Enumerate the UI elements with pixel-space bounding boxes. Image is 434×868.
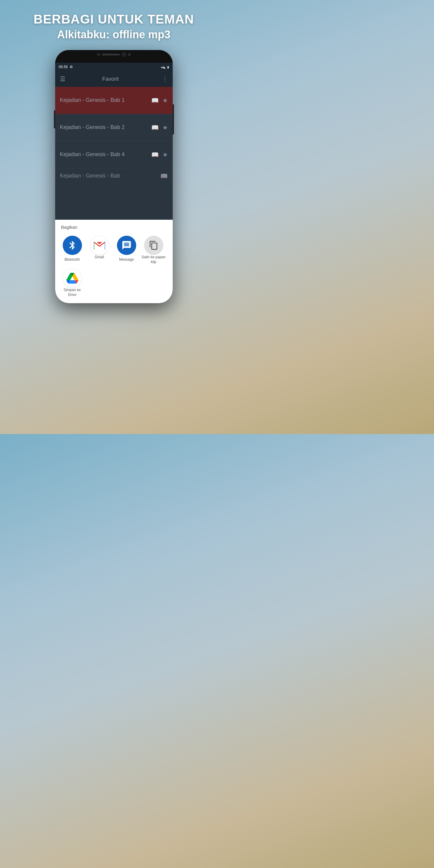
share-option-message[interactable]: Message xyxy=(114,236,139,262)
bottom-sheet-title: Bagikan xyxy=(55,220,173,233)
share-option-gmail[interactable]: Gmail xyxy=(87,236,112,260)
share-option-drive[interactable]: Simpan ke Drive xyxy=(60,269,85,297)
share-option-bluetooth[interactable]: Bluetooth xyxy=(60,236,85,262)
front-camera xyxy=(122,53,126,57)
message-icon-wrapper xyxy=(117,236,136,255)
phone-mockup: 08.58 ⚙ ▲◣ ▮ ☰ Favorit ⋮ xyxy=(55,50,173,406)
share-option-copy[interactable]: Salin ke papan klip xyxy=(141,236,166,264)
list-item-actions: 📖 ★ xyxy=(151,97,168,104)
page-header-title: BERBAGI UNTUK TEMAN xyxy=(33,12,194,27)
battery-icon: ▮ xyxy=(167,65,169,69)
copy-icon-wrapper xyxy=(144,236,163,255)
book-icon[interactable]: 📖 xyxy=(151,97,159,104)
list-item[interactable]: Kejadian - Genesis - Bab 2 📖 ★ xyxy=(55,114,173,141)
phone-frame: 08.58 ⚙ ▲◣ ▮ ☰ Favorit ⋮ xyxy=(55,50,173,303)
share-options-row-2: Simpan ke Drive xyxy=(55,267,173,303)
share-options-row-1: Bluetooth xyxy=(55,233,173,267)
hamburger-menu-icon[interactable]: ☰ xyxy=(60,75,65,83)
share-bottom-sheet: Bagikan Bluetooth xyxy=(55,220,173,303)
message-label: Message xyxy=(119,257,134,262)
settings-icon: ⚙ xyxy=(70,65,73,69)
copy-icon xyxy=(149,241,158,250)
drive-icon xyxy=(66,273,79,284)
bluetooth-icon-wrapper xyxy=(63,236,82,255)
message-icon xyxy=(121,240,132,250)
list-item-text: Kejadian - Genesis - Bab 1 xyxy=(60,97,148,104)
star-icon[interactable]: ★ xyxy=(162,151,168,158)
status-time: 08.58 xyxy=(59,65,68,69)
list-item-actions: 📖 ★ xyxy=(151,124,168,131)
list-item-text: Kejadian - Genesis - Bab 4 xyxy=(60,151,148,158)
book-icon[interactable]: 📖 xyxy=(151,151,159,158)
list-item[interactable]: Kejadian - Genesis - Bab 1 📖 ★ xyxy=(55,87,173,114)
gmail-label: Gmail xyxy=(95,255,104,260)
list-item-actions: 📖 ★ xyxy=(151,151,168,158)
bluetooth-icon xyxy=(67,240,78,250)
camera-dot xyxy=(97,53,100,56)
more-options-icon[interactable]: ⋮ xyxy=(162,75,168,83)
gmail-icon xyxy=(94,241,105,250)
power-button xyxy=(173,104,174,134)
camera-dot-2 xyxy=(128,53,131,56)
book-icon[interactable]: 📖 xyxy=(151,124,159,131)
list-item-partial[interactable]: Kejadian - Genesis - Bab 📖 xyxy=(55,168,173,189)
speaker-grill xyxy=(102,54,120,56)
drive-label: Simpan ke Drive xyxy=(60,288,85,297)
page-header-subtitle: Alkitabku: offline mp3 xyxy=(33,28,194,41)
list-item-text: Kejadian - Genesis - Bab xyxy=(60,173,157,179)
copy-label: Salin ke papan klip xyxy=(141,255,166,264)
drive-icon-wrapper xyxy=(63,269,82,288)
list-item[interactable]: Kejadian - Genesis - Bab 4 📖 ★ xyxy=(55,141,173,168)
signal-icon: ▲◣ xyxy=(161,65,166,69)
star-icon[interactable]: ★ xyxy=(162,97,168,104)
app-bar: ☰ Favorit ⋮ xyxy=(55,71,173,87)
book-icon[interactable]: 📖 xyxy=(160,173,168,180)
phone-top-bar xyxy=(55,50,173,63)
camera-area xyxy=(97,53,131,57)
gmail-icon-wrapper xyxy=(90,236,109,255)
screen-content: Kejadian - Genesis - Bab 1 📖 ★ Kejadian … xyxy=(55,87,173,303)
app-bar-title: Favorit xyxy=(70,76,151,82)
star-icon[interactable]: ★ xyxy=(162,124,168,131)
list-item-actions: 📖 xyxy=(160,173,168,180)
list-item-text: Kejadian - Genesis - Bab 2 xyxy=(60,124,148,131)
status-bar: 08.58 ⚙ ▲◣ ▮ xyxy=(55,63,173,71)
bluetooth-label: Bluetooth xyxy=(64,257,80,262)
